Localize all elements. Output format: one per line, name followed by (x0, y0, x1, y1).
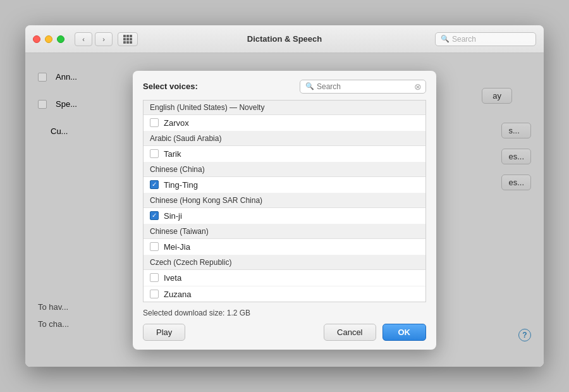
iveta-checkbox[interactable] (150, 273, 159, 282)
voice-group-chinese-china: Chinese (China) (144, 162, 425, 177)
voice-group-english-novelty: English (United States) — Novelty (144, 101, 425, 115)
voice-group-chinese-hk: Chinese (Hong Kong SAR China) (144, 193, 425, 208)
cancel-button[interactable]: Cancel (324, 324, 376, 341)
ok-button[interactable]: OK (382, 324, 427, 341)
dialog-search-input[interactable] (317, 82, 405, 91)
voice-group-czech: Czech (Czech Republic) (144, 255, 425, 270)
zarvox-label: Zarvox (164, 118, 189, 128)
right-buttons: Cancel OK (324, 324, 426, 341)
titlebar-search-placeholder: Search (452, 35, 476, 44)
forward-button[interactable]: › (95, 32, 113, 46)
mei-jia-checkbox[interactable] (150, 242, 159, 251)
traffic-lights (33, 35, 64, 43)
modal-overlay: Select voices: 🔍 ⊗ English (United State… (25, 53, 544, 367)
voice-item-ting-ting[interactable]: Ting-Ting (144, 177, 425, 193)
dialog-search-box[interactable]: 🔍 ⊗ (300, 80, 426, 94)
sin-ji-label: Sin-ji (164, 211, 182, 221)
titlebar-search-box[interactable]: 🔍 Search (435, 32, 536, 46)
back-button[interactable]: ‹ (75, 32, 92, 46)
search-icon: 🔍 (441, 35, 450, 43)
select-voices-dialog: Select voices: 🔍 ⊗ English (United State… (133, 71, 436, 350)
voice-group-chinese-taiwan: Chinese (Taiwan) (144, 224, 425, 239)
sin-ji-checkbox[interactable] (150, 211, 159, 220)
main-window: ‹ › Dictation & Speech 🔍 Search Ann... (25, 25, 544, 367)
dialog-header: Select voices: 🔍 ⊗ (133, 71, 436, 100)
dialog-title: Select voices: (143, 82, 198, 91)
download-size-label: Selected download size: 1.2 GB (143, 309, 426, 317)
close-button[interactable] (33, 35, 40, 43)
maximize-button[interactable] (57, 35, 64, 43)
nav-buttons: ‹ › (75, 32, 113, 46)
voice-item-sin-ji[interactable]: Sin-ji (144, 208, 425, 224)
play-button[interactable]: Play (143, 324, 185, 341)
dialog-footer: Selected download size: 1.2 GB Play Canc… (133, 302, 436, 350)
voice-item-zarvox[interactable]: Zarvox (144, 115, 425, 132)
window-title: Dictation & Speech (247, 34, 322, 44)
voice-list: English (United States) — Novelty Zarvox… (143, 100, 426, 302)
tarik-label: Tarik (164, 149, 181, 159)
title-bar: ‹ › Dictation & Speech 🔍 Search (25, 25, 544, 53)
voice-item-tarik[interactable]: Tarik (144, 146, 425, 162)
mei-jia-label: Mei-Jia (164, 242, 190, 252)
voice-item-mei-jia[interactable]: Mei-Jia (144, 239, 425, 255)
voice-item-zuzana[interactable]: Zuzana (144, 286, 425, 302)
grid-view-button[interactable] (118, 32, 138, 46)
ting-ting-label: Ting-Ting (164, 180, 198, 190)
zarvox-checkbox[interactable] (150, 118, 159, 127)
tarik-checkbox[interactable] (150, 149, 159, 158)
minimize-button[interactable] (45, 35, 52, 43)
ting-ting-checkbox[interactable] (150, 180, 159, 189)
dialog-buttons: Play Cancel OK (143, 324, 426, 341)
dialog-search-clear-icon[interactable]: ⊗ (414, 82, 422, 92)
zuzana-label: Zuzana (164, 290, 191, 299)
zuzana-checkbox[interactable] (150, 290, 159, 298)
iveta-label: Iveta (164, 273, 181, 283)
grid-icon (123, 35, 132, 44)
main-content: Ann... Spe... Cu... ay s... es... es... … (25, 53, 544, 367)
voice-group-arabic: Arabic (Saudi Arabia) (144, 132, 425, 146)
voice-item-iveta[interactable]: Iveta (144, 270, 425, 286)
dialog-search-icon: 🔍 (305, 82, 314, 90)
